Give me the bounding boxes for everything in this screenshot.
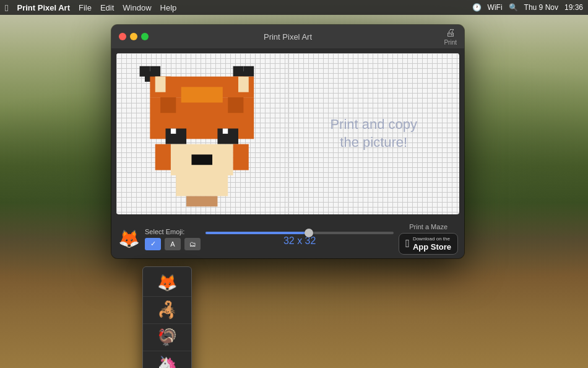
minimize-button[interactable] xyxy=(130,33,137,40)
apple-app-store-icon:  xyxy=(405,237,410,250)
menu-file[interactable]: File xyxy=(79,3,92,12)
pixel-canvas-right: Print and copy the picture! xyxy=(288,53,460,214)
svg-rect-20 xyxy=(233,144,249,170)
canvas-area: Print and copy the picture! xyxy=(116,53,459,214)
select-emoji-label: Select Emoji: xyxy=(145,228,201,235)
printer-icon: 🖨 xyxy=(446,27,456,38)
close-button[interactable] xyxy=(119,33,126,40)
size-label: 32 x 32 xyxy=(283,235,316,247)
menu-help[interactable]: Help xyxy=(160,3,177,12)
menu-bar-left:  Print Pixel Art File Edit Window Help xyxy=(5,2,176,13)
print-maze-label: Print a Maze xyxy=(409,223,447,230)
menu-window[interactable]: Window xyxy=(123,3,151,12)
svg-rect-11 xyxy=(238,77,249,92)
menu-bar-right: 🕐 WiFi 🔍 Thu 9 Nov 19:36 xyxy=(472,3,583,12)
pixel-canvas-left xyxy=(116,53,288,214)
checkmark-button[interactable]: ✓ xyxy=(145,238,161,250)
scorpion-emoji-option: 🦂 xyxy=(157,300,177,320)
svg-rect-24 xyxy=(228,97,243,113)
slider-thumb[interactable] xyxy=(305,229,313,237)
traffic-lights xyxy=(119,33,149,40)
emoji-item-unicorn[interactable]: 🦄 xyxy=(143,351,191,368)
print-copy-line2: the picture! xyxy=(330,134,417,152)
fox-thumbnail[interactable]: 🦊 xyxy=(118,228,140,250)
app-store-button[interactable]:  Download on the App Store xyxy=(399,233,458,255)
emoji-item-scorpion[interactable]: 🦂 xyxy=(143,297,191,324)
svg-rect-12 xyxy=(181,87,223,102)
svg-rect-2 xyxy=(150,66,160,77)
svg-rect-15 xyxy=(171,128,176,133)
slider-fill xyxy=(205,232,309,234)
window-title: Print Pixel Art xyxy=(264,32,312,42)
print-button[interactable]: 🖨 Print xyxy=(444,27,457,46)
print-copy-text: Print and copy the picture! xyxy=(330,116,417,151)
toolbar-icons: ✓ A 🗂 xyxy=(145,238,201,250)
apple-logo:  xyxy=(5,2,8,13)
menubar-datetime: Thu 9 Nov 19:36 xyxy=(524,3,583,12)
unicorn-emoji-option: 🦄 xyxy=(157,355,177,368)
text-button[interactable]: A xyxy=(165,238,181,250)
svg-rect-10 xyxy=(155,77,166,92)
emoji-item-turkey[interactable]: 🦃 xyxy=(143,324,191,351)
svg-rect-22 xyxy=(186,196,217,207)
app-window: Print Pixel Art 🖨 Print xyxy=(111,25,464,258)
svg-rect-23 xyxy=(160,97,176,113)
menubar-search-icon[interactable]: 🔍 xyxy=(509,3,518,12)
app-store-name-label: App Store xyxy=(413,242,451,252)
select-emoji-section: Select Emoji: ✓ A 🗂 xyxy=(145,228,201,250)
print-copy-line1: Print and copy xyxy=(330,116,417,134)
toolbar: 🦊 Select Emoji: ✓ A 🗂 32 x 32 Print a Ma… xyxy=(111,219,464,258)
maximize-button[interactable] xyxy=(141,33,149,40)
turkey-emoji-option: 🦃 xyxy=(157,328,177,347)
menu-bar:  Print Pixel Art File Edit Window Help … xyxy=(0,0,588,15)
svg-rect-18 xyxy=(191,154,212,165)
print-label: Print xyxy=(444,39,457,46)
svg-rect-16 xyxy=(223,128,228,133)
menu-edit[interactable]: Edit xyxy=(100,3,114,12)
svg-rect-19 xyxy=(155,144,171,170)
menubar-wifi-icon: WiFi xyxy=(488,3,503,12)
fox-emoji-option: 🦊 xyxy=(157,273,177,292)
menu-bar-app-name: Print Pixel Art xyxy=(17,3,69,12)
svg-rect-5 xyxy=(233,66,244,77)
fox-emoji: 🦊 xyxy=(118,229,140,249)
download-on-label: Download on the xyxy=(413,236,451,242)
app-store-text: Download on the App Store xyxy=(413,236,451,252)
fox-pixel-art xyxy=(119,56,285,214)
title-bar: Print Pixel Art 🖨 Print xyxy=(111,25,464,48)
svg-rect-21 xyxy=(176,175,228,196)
emoji-dropdown: 🦊 🦂 🦃 🦄 🦆 🦅 xyxy=(142,266,192,368)
menubar-clock-icon: 🕐 xyxy=(472,3,482,12)
folder-button[interactable]: 🗂 xyxy=(184,238,201,250)
size-slider-area: 32 x 32 xyxy=(205,232,394,247)
print-maze-area: Print a Maze  Download on the App Store xyxy=(399,223,458,255)
size-slider-track xyxy=(205,232,394,234)
emoji-item-fox[interactable]: 🦊 xyxy=(143,269,191,297)
